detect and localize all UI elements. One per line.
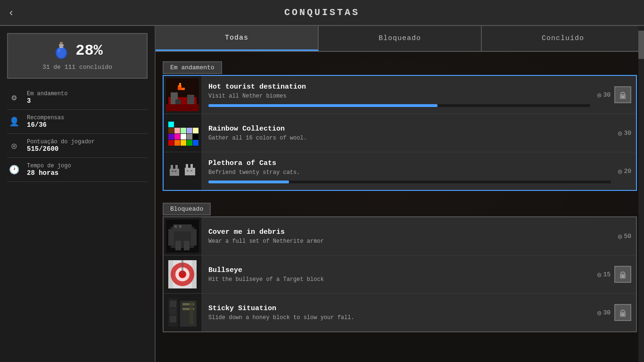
achievement-item-sticky-situation[interactable]: Sticky SituationSlide down a honey block…: [164, 294, 636, 331]
points-icon-bullseye: ◎: [597, 271, 601, 279]
achievement-name-cover-debris: Cover me in debris: [208, 228, 611, 236]
potion-icon: [52, 41, 71, 60]
svg-rect-4: [59, 46, 63, 48]
tab-bloqueado[interactable]: Bloqueado: [319, 26, 482, 51]
achievement-thumb-plethora-cats: [164, 152, 201, 190]
svg-rect-28: [187, 134, 192, 140]
tempo-value: 28 horas: [27, 169, 71, 177]
achievement-name-bullseye: Bullseye: [208, 266, 590, 274]
svg-rect-25: [168, 134, 174, 140]
svg-rect-70: [170, 308, 176, 315]
svg-rect-41: [174, 171, 176, 172]
scroll-area[interactable]: Em andamento Hot tourist destinationVisi…: [156, 52, 644, 362]
svg-rect-40: [172, 171, 173, 172]
achievement-desc-cover-debris: Wear a full set of Netherite armor: [208, 238, 611, 245]
page-title: CONQUISTAS: [284, 7, 360, 18]
svg-rect-1: [59, 44, 64, 46]
tab-todas[interactable]: Todas: [156, 26, 319, 51]
achievement-points-plethora-cats: ◎ 20: [618, 167, 631, 175]
em-andamento-content: Em andamento 3: [27, 90, 67, 105]
progress-header: 28%: [52, 41, 103, 60]
achievement-info-rainbow-collection: Rainbow CollectionGather all 16 colors o…: [201, 120, 618, 146]
scrollbar-track: [638, 26, 644, 362]
left-panel: 28% 31 de 111 concluído ⚙ Em andamento 3…: [0, 26, 156, 362]
recompensas-icon: 👤: [7, 115, 21, 129]
em-andamento-icon: ⚙: [7, 90, 21, 105]
scrollbar-thumb[interactable]: [638, 31, 644, 59]
points-icon-cover-debris: ◎: [618, 232, 622, 240]
stat-pontuacao: ◎ Pontuação do jogador 515/2600: [7, 134, 148, 158]
svg-rect-65: [622, 276, 624, 277]
achievement-right-plethora-cats: ◎ 20: [618, 167, 636, 175]
tempo-content: Tempo de jogo 28 horas: [27, 163, 71, 177]
points-icon-plethora-cats: ◎: [618, 167, 622, 175]
tabs: Todas Bloqueado Concluído: [156, 26, 644, 52]
main-content: Todas Bloqueado Concluído Em andamento H…: [156, 26, 644, 362]
concluido-text: 31 de 111 concluído: [42, 64, 112, 71]
achievement-item-rainbow-collection[interactable]: Rainbow CollectionGather all 16 colors o…: [164, 114, 636, 152]
svg-rect-75: [190, 301, 193, 324]
achievement-thumb-sticky-situation: [164, 294, 201, 331]
svg-rect-44: [190, 164, 193, 168]
svg-rect-42: [185, 168, 195, 175]
svg-rect-35: [168, 122, 174, 127]
points-icon-hot-tourist: ◎: [597, 91, 601, 99]
svg-rect-26: [174, 134, 180, 140]
achievement-item-plethora-cats[interactable]: Plethora of CatsBefriend twenty stray ca…: [164, 152, 636, 190]
svg-rect-38: [171, 165, 173, 169]
progress-bar-plethora-cats: [208, 181, 611, 183]
progress-box: 28% 31 de 111 concluído: [7, 33, 148, 79]
svg-rect-39: [175, 165, 178, 169]
svg-rect-27: [181, 134, 186, 140]
lock-badge-hot-tourist: [614, 86, 631, 103]
svg-rect-15: [179, 83, 181, 87]
achievement-thumb-bullseye: [164, 255, 201, 293]
svg-rect-71: [170, 316, 176, 322]
achievement-points-sticky-situation: ◎ 30: [597, 309, 611, 317]
achievement-right-hot-tourist: ◎ 30: [597, 86, 636, 103]
progress-fill-plethora-cats: [208, 181, 289, 183]
recompensas-value: 16/36: [27, 121, 64, 129]
svg-rect-50: [175, 241, 181, 250]
svg-rect-34: [193, 128, 198, 133]
achievement-right-cover-debris: ◎ 50: [618, 232, 636, 240]
achievement-points-rainbow-collection: ◎ 30: [618, 129, 631, 137]
top-bar: ‹ CONQUISTAS: [0, 0, 644, 26]
svg-rect-22: [181, 140, 186, 146]
achievement-name-hot-tourist: Hot tourist destination: [208, 83, 590, 91]
em-andamento-label: Em andamento: [27, 90, 67, 97]
pontuacao-icon: ◎: [7, 139, 21, 153]
lock-badge-sticky-situation: [614, 304, 631, 321]
achievement-list-bloqueado: Cover me in debrisWear a full set of Net…: [163, 216, 637, 332]
progress-bar-hot-tourist: [208, 104, 590, 107]
achievement-list-em-andamento: Hot tourist destinationVisit all Nether …: [163, 75, 637, 191]
svg-rect-11: [187, 95, 194, 104]
stat-em-andamento: ⚙ Em andamento 3: [7, 86, 148, 110]
svg-rect-54: [174, 225, 177, 228]
achievement-name-rainbow-collection: Rainbow Collection: [208, 125, 611, 133]
progress-fill-hot-tourist: [208, 104, 438, 107]
achievement-info-bullseye: BullseyeHit the bullseye of a Target blo…: [201, 262, 597, 288]
svg-rect-64: [621, 272, 625, 275]
achievement-desc-sticky-situation: Slide down a honey block to slow your fa…: [208, 314, 590, 321]
percent-text: 28%: [75, 42, 103, 59]
achievement-thumb-hot-tourist: [164, 76, 201, 114]
svg-rect-20: [168, 140, 174, 146]
svg-rect-78: [622, 314, 624, 315]
achievement-points-hot-tourist: ◎ 30: [597, 91, 611, 99]
tempo-icon: 🕐: [7, 163, 21, 177]
back-button[interactable]: ‹: [9, 7, 13, 19]
achievement-item-bullseye[interactable]: BullseyeHit the bullseye of a Target blo…: [164, 255, 636, 294]
pontuacao-value: 515/2600: [27, 145, 95, 153]
achievement-item-cover-debris[interactable]: Cover me in debrisWear a full set of Net…: [164, 217, 636, 255]
pontuacao-label: Pontuação do jogador: [27, 139, 95, 145]
svg-rect-13: [166, 104, 199, 111]
tab-concluido[interactable]: Concluído: [482, 26, 644, 51]
section-label-bloqueado: Bloqueado: [163, 203, 211, 215]
achievement-desc-rainbow-collection: Gather all 16 colors of wool.: [208, 135, 611, 141]
achievement-item-hot-tourist[interactable]: Hot tourist destinationVisit all Nether …: [164, 76, 636, 114]
section-label-em-andamento: Em andamento: [163, 61, 222, 74]
achievement-points-bullseye: ◎ 15: [597, 271, 611, 279]
svg-rect-31: [174, 128, 180, 133]
achievement-right-sticky-situation: ◎ 30: [597, 304, 636, 321]
